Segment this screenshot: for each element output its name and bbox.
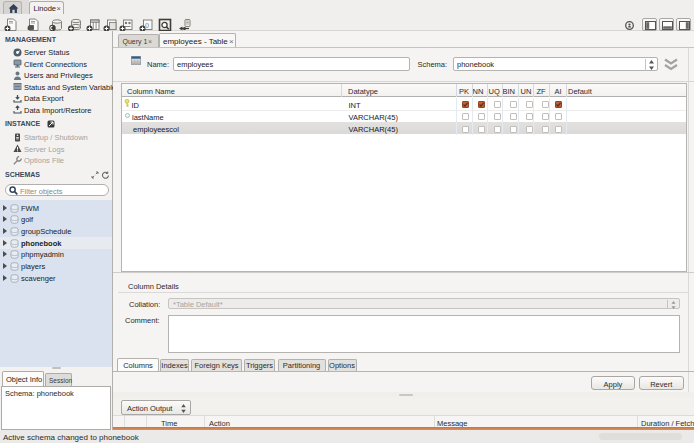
svg-text:(): () xyxy=(145,21,149,27)
